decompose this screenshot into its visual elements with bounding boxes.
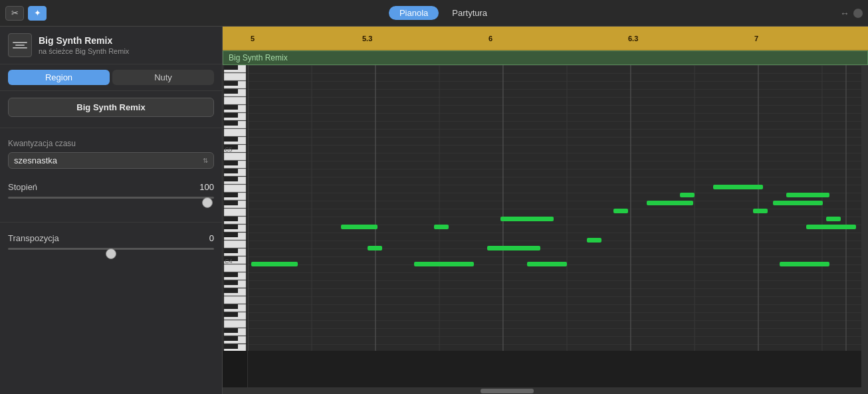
note-grid[interactable]: [248, 65, 861, 387]
svg-rect-31: [368, 246, 382, 250]
svg-rect-33: [587, 238, 601, 243]
svg-rect-45: [826, 217, 841, 221]
top-toolbar: ✂ ✦ Pianola Partytura ↔: [0, 0, 868, 27]
piano-roll-panel: 5 5.3 6 6.3 7 Big Synth Remix: [223, 27, 868, 394]
svg-rect-27: [251, 262, 298, 266]
degree-slider[interactable]: [8, 197, 214, 209]
region-title: Big Synth Remix: [39, 35, 214, 46]
marker-7: 7: [754, 35, 758, 43]
tab-region-button[interactable]: Region: [8, 70, 110, 85]
chevron-up-down-icon: ⇅: [203, 157, 208, 164]
svg-rect-41: [753, 209, 768, 213]
svg-rect-38: [647, 201, 693, 205]
tab-notes-button[interactable]: Nuty: [112, 70, 214, 85]
piano-roll-area: C5 C4: [223, 65, 868, 387]
flex-icon: ✦: [34, 8, 41, 18]
icon-line-3: [13, 47, 27, 49]
degree-row: Stopień 100: [8, 182, 214, 192]
svg-rect-43: [786, 193, 829, 197]
region-label-text: Big Synth Remix: [229, 53, 288, 62]
svg-rect-30: [780, 262, 829, 266]
marker-5: 5: [251, 35, 255, 43]
scrollbar-thumb-h[interactable]: [481, 389, 534, 393]
timeline-header: 5 5.3 6 6.3 7: [223, 27, 868, 50]
horizontal-scrollbar[interactable]: [223, 387, 868, 394]
piano-keyboard: C5 C4: [223, 65, 248, 387]
slider-thumb[interactable]: [202, 197, 213, 208]
slider-track: [8, 197, 214, 199]
left-panel: Big Synth Remix na ścieżce Big Synth Rem…: [0, 27, 223, 394]
transpose-label: Transpozycja: [8, 233, 59, 243]
resize-icon: ↔: [840, 8, 849, 19]
svg-rect-35: [434, 225, 449, 229]
svg-rect-36: [500, 217, 554, 221]
quantize-dropdown[interactable]: szesnastka ⇅: [8, 152, 214, 169]
svg-rect-37: [613, 209, 628, 213]
dot-indicator: [853, 9, 863, 18]
view-tab-group: Pianola Partytura: [51, 6, 836, 20]
quantize-value: szesnastka: [14, 155, 57, 165]
tab-pianola[interactable]: Pianola: [389, 6, 439, 20]
transpose-slider[interactable]: [8, 248, 214, 260]
svg-text:C5: C5: [225, 146, 233, 153]
scissors-icon: ✂: [11, 8, 19, 18]
divider-1: [0, 128, 222, 128]
top-right-controls: ↔: [840, 8, 863, 19]
transpose-value: 0: [209, 233, 214, 243]
scissors-tool-button[interactable]: ✂: [5, 6, 24, 21]
region-header: Big Synth Remix na ścieżce Big Synth Rem…: [0, 27, 222, 64]
grid-svg: [248, 65, 861, 351]
degree-label: Stopień: [8, 182, 37, 192]
transpose-row: Transpozycja 0: [8, 233, 214, 243]
svg-rect-29: [527, 262, 567, 266]
svg-rect-39: [680, 193, 695, 197]
marker-6: 6: [488, 35, 492, 43]
region-title-area: Big Synth Remix na ścieżce Big Synth Rem…: [39, 35, 214, 55]
region-subtitle: na ścieżce Big Synth Remix: [39, 47, 214, 55]
svg-text:C4: C4: [225, 258, 233, 264]
svg-rect-20: [248, 65, 861, 351]
marker-5-3: 5.3: [362, 35, 372, 43]
svg-rect-32: [487, 246, 540, 250]
quantize-label: Kwantyzacja czasu: [8, 139, 214, 148]
quantize-section: Kwantyzacja czasu szesnastka ⇅: [0, 132, 222, 175]
region-label-bar: Big Synth Remix: [223, 50, 868, 65]
piano-keys-svg: C5 C4: [223, 65, 248, 351]
tab-partytura[interactable]: Partytura: [441, 6, 498, 20]
divider-2: [0, 222, 222, 223]
main-content: Big Synth Remix na ścieżce Big Synth Rem…: [0, 27, 868, 394]
transpose-slider-thumb[interactable]: [106, 248, 116, 259]
svg-rect-42: [773, 201, 823, 205]
icon-line-1: [13, 42, 27, 43]
marker-6-3: 6.3: [628, 35, 638, 43]
degree-value: 100: [199, 182, 214, 192]
flex-tool-button[interactable]: ✦: [28, 6, 47, 21]
svg-rect-28: [414, 262, 474, 266]
vertical-scrollbar[interactable]: [861, 65, 868, 387]
region-name-button[interactable]: Big Synth Remix: [8, 98, 214, 117]
svg-rect-12: [223, 65, 248, 351]
region-icon: [8, 33, 32, 57]
svg-rect-40: [713, 185, 763, 189]
svg-rect-44: [806, 225, 856, 229]
degree-section: Stopień 100: [0, 175, 222, 218]
icon-line-2: [15, 45, 25, 46]
transpose-section: Transpozycja 0: [0, 227, 222, 269]
inspector-tabs: Region Nuty: [0, 64, 222, 91]
svg-rect-34: [341, 225, 378, 229]
